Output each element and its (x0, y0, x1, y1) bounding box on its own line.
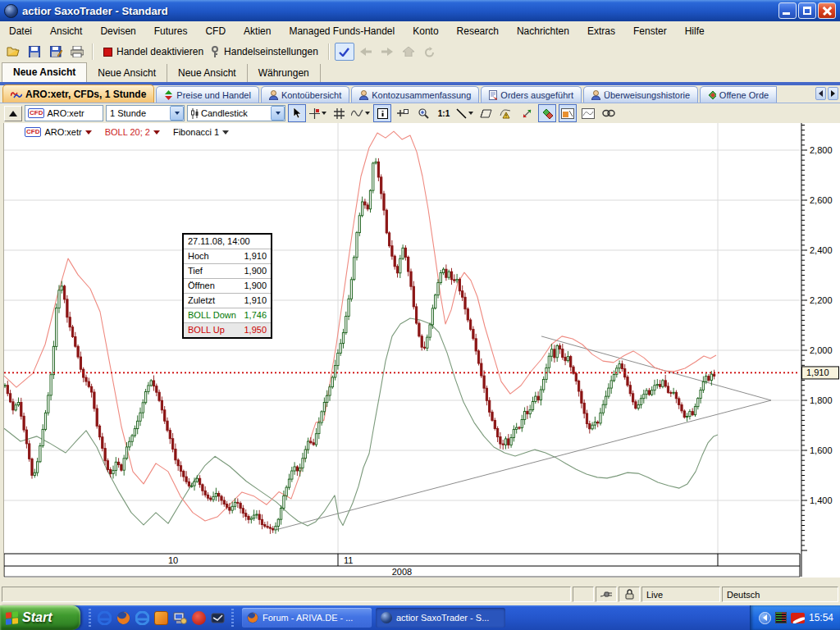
refresh-button[interactable] (420, 43, 440, 61)
tooltip-row-boll-down: BOLL Down1,746 (184, 308, 271, 322)
legend-symbol[interactable]: CFD ARO:xetr (25, 127, 92, 137)
legend-fibonacci[interactable]: Fibonacci 1 (173, 127, 229, 137)
alarm-button[interactable] (497, 104, 515, 122)
draw-line-button[interactable] (455, 104, 474, 122)
trade-settings-icon (210, 46, 220, 58)
view-tab-3[interactable]: Neue Ansicht (167, 64, 248, 82)
menu-datei[interactable]: Datei (0, 22, 41, 41)
chart-style-select[interactable]: Candlestick (187, 105, 285, 121)
studies-button[interactable] (538, 104, 556, 122)
menu-bar: Datei Ansicht Devisen Futures CFD Aktien… (0, 21, 840, 41)
view-tab-1[interactable]: Neue Ansicht (2, 62, 87, 82)
price-axis[interactable] (800, 123, 840, 578)
menu-cfd[interactable]: CFD (196, 22, 235, 41)
media-app-icon[interactable] (192, 611, 206, 625)
menu-devisen[interactable]: Devisen (91, 22, 144, 41)
pointer-tool-button[interactable] (288, 104, 306, 122)
live-label: Live (646, 590, 663, 600)
tab-scroll-right-button[interactable] (828, 87, 838, 100)
menu-nachrichten[interactable]: Nachrichten (508, 22, 578, 41)
forward-button[interactable] (377, 43, 397, 61)
back-button[interactable] (356, 43, 376, 61)
menu-hilfe[interactable]: Hilfe (676, 22, 714, 41)
menu-futures[interactable]: Futures (145, 22, 197, 41)
title-bar: actior SaxoTrader - Standard (0, 0, 840, 21)
internet-explorer-icon[interactable] (135, 611, 149, 625)
measure-button[interactable] (518, 104, 536, 122)
symbol-input[interactable] (47, 108, 103, 118)
close-button[interactable] (818, 2, 836, 19)
menu-konto[interactable]: Konto (404, 22, 447, 41)
menu-aktien[interactable]: Aktien (235, 22, 280, 41)
chevron-down-icon (468, 112, 473, 115)
open-button[interactable] (3, 43, 23, 61)
firefox-icon (247, 612, 258, 623)
tray-app-icon[interactable] (791, 613, 805, 623)
view-tab-2[interactable]: Neue Ansicht (87, 64, 167, 82)
save-button[interactable] (25, 43, 44, 61)
person-icon (591, 90, 600, 100)
clock-app-icon[interactable] (154, 611, 168, 625)
chart-view1-button[interactable] (559, 104, 577, 122)
trade-settings-label[interactable]: Handelseinstellungen (224, 46, 318, 57)
tab-chart-aro[interactable]: ARO:xetr, CFDs, 1 Stunde (2, 84, 154, 103)
trade-disable-label[interactable]: Handel deaktivieren (116, 46, 203, 57)
grid-tool-button[interactable] (330, 104, 348, 122)
info-tool-button[interactable] (373, 104, 391, 122)
menu-fenster[interactable]: Fenster (624, 22, 676, 41)
menu-ansicht[interactable]: Ansicht (41, 22, 91, 41)
view-tab-waehrungen[interactable]: Währungen (248, 64, 321, 82)
home-icon (403, 47, 414, 57)
browser-icon[interactable] (98, 611, 112, 625)
crosshair-icon (309, 108, 320, 119)
start-button[interactable]: Start (0, 605, 80, 630)
chart-plot-area[interactable] (4, 123, 800, 578)
dropdown-button[interactable] (170, 106, 184, 121)
legend-symbol-label: ARO:xetr (44, 127, 81, 137)
dropdown-button[interactable] (271, 106, 285, 121)
menu-extras[interactable]: Extras (578, 22, 624, 41)
tab-scroll-left-button[interactable] (815, 87, 826, 100)
tray-collapse-button[interactable] (759, 612, 771, 624)
legend-boll-label: BOLL 20; 2 (105, 127, 150, 137)
home-button[interactable] (399, 43, 418, 61)
restore-button[interactable] (798, 2, 816, 19)
tab-kontozusammenfassung[interactable]: Kontozusammenfassung (351, 86, 479, 103)
chart-color-icon (708, 90, 716, 100)
task-button-saxotrader[interactable]: actior SaxoTrader - S... (376, 608, 505, 628)
menu-managed-funds[interactable]: Managed Funds-Handel (280, 22, 404, 41)
minimize-button[interactable] (778, 2, 797, 19)
confirm-button[interactable] (335, 43, 354, 61)
print-button[interactable] (67, 43, 87, 61)
collapse-panel-button[interactable] (4, 106, 22, 121)
new-window-button[interactable] (394, 104, 412, 122)
crosshair-tool-button[interactable] (308, 104, 327, 122)
chart-region[interactable]: 101120082,8002,6002,4002,2002,0001,8001,… (0, 123, 840, 578)
messenger-icon[interactable] (211, 611, 225, 625)
info-icon (377, 108, 388, 119)
tooltip-row-boll-up: BOLL Up1,950 (184, 322, 271, 337)
link-button[interactable] (600, 104, 618, 122)
eraser-button[interactable] (477, 104, 495, 122)
tab-orders-ausgefuehrt[interactable]: Orders ausgeführt (481, 86, 582, 103)
task-button-forum[interactable]: Forum - ARIVA.DE - ... (242, 608, 372, 628)
toolbar-grip (231, 609, 234, 627)
tab-offene-orders[interactable]: Offene Orde (700, 86, 777, 103)
symbol-field[interactable]: CFD (25, 105, 103, 121)
tab-preise-und-handel[interactable]: Preise und Handel (156, 86, 259, 103)
zoom-reset-button[interactable]: 1:1 (435, 104, 453, 122)
menu-research[interactable]: Research (448, 22, 508, 41)
chart-view2-button[interactable] (579, 104, 597, 122)
legend-boll[interactable]: BOLL 20; 2 (105, 127, 160, 137)
tab-label: Kontoübersicht (281, 90, 341, 100)
indicator-tool-button[interactable] (350, 104, 371, 122)
status-empty-panel (573, 587, 594, 602)
tab-ueberweisungshistorie[interactable]: Überweisungshistorie (583, 86, 698, 103)
save-as-button[interactable] (46, 43, 66, 61)
firefox-icon[interactable] (116, 611, 130, 625)
tab-kontouebersicht[interactable]: Kontoübersicht (261, 86, 349, 103)
zoom-in-button[interactable] (414, 104, 432, 122)
tray-network-monitor-icon[interactable] (775, 612, 787, 623)
computer-icon[interactable] (173, 611, 187, 625)
period-select[interactable]: 1 Stunde (106, 105, 185, 121)
